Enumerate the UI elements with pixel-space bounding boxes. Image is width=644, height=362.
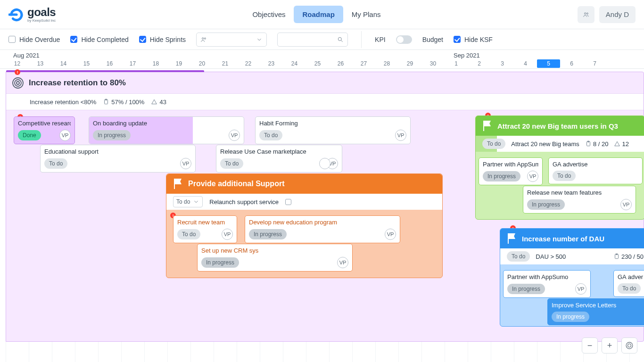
goal-purple-kr[interactable]: Increase retention <80% 57% / 100% 43 [6, 94, 644, 110]
hide-sprints-checkbox[interactable]: Hide Sprints [139, 36, 186, 43]
kr-confidence: 43 [159, 99, 166, 106]
zoom-out-button[interactable]: − [582, 337, 598, 354]
kr-progress: 8 / 20 [593, 140, 609, 148]
timeline-day[interactable]: 19 [167, 60, 190, 68]
task-ga-advertise-blue[interactable]: GA adver To do [613, 270, 644, 297]
timeline-day[interactable]: 2 [468, 60, 491, 68]
app-subtitle: by KeepSolid Inc [27, 19, 56, 23]
timeline-day[interactable]: 1 [445, 60, 468, 68]
timeline-day[interactable]: 7 [583, 60, 606, 68]
task-partner-appsumo[interactable]: Partner with AppSumo In progressVP [479, 157, 543, 185]
task-title: Develop new education program [249, 219, 396, 226]
timeline-day[interactable]: 6 [560, 60, 583, 68]
timeline-day[interactable]: 23 [260, 60, 283, 68]
hide-ksf-checkbox[interactable]: Hide KSF [454, 36, 493, 43]
task-release-use-case[interactable]: Release Use Case marketplace To do VP [216, 145, 342, 173]
timeline-day[interactable]: 20 [190, 60, 214, 68]
goal-increase-dau[interactable]: Increase number of DAU To do DAU > 500 2… [500, 228, 644, 327]
task-title: GA advertise [553, 161, 638, 168]
timeline-day[interactable]: 21 [214, 60, 237, 68]
timeline-header: Aug 2021 Sep 2021 1213141516171819202122… [0, 50, 644, 69]
task-recruit-team[interactable]: Recruit new team To doVP [173, 215, 237, 243]
timeline-day[interactable]: 12 [6, 60, 29, 68]
task-title: Release new team features [527, 189, 632, 196]
timeline-day[interactable]: 13 [29, 60, 52, 68]
avatar: VP [59, 130, 71, 141]
people-icon-button[interactable] [578, 6, 594, 23]
timeline-day[interactable]: 22 [237, 60, 260, 68]
task-title: Improve Service Letters [552, 302, 644, 309]
flag-icon [482, 121, 493, 131]
timeline-day[interactable]: 14 [52, 60, 75, 68]
goal-green-kr[interactable]: To do Attract 20 new Big teams 8 / 20 12 [476, 136, 644, 152]
goal-orange-title: Provide additional Support [188, 180, 284, 188]
nav-objectives[interactable]: Objectives [244, 6, 294, 23]
task-release-team-features[interactable]: Release new team features In progressVP [523, 186, 636, 214]
task-ga-advertise[interactable]: GA advertise To do [548, 157, 643, 184]
app-logo[interactable]: goals by KeepSolid Inc [8, 7, 56, 23]
roadmap-canvas[interactable]: Increase retention to 80% Increase reten… [6, 72, 644, 362]
nav-roadmap[interactable]: Roadmap [294, 6, 343, 23]
timeline-day[interactable]: 5 [537, 59, 560, 68]
timeline-day[interactable]: 27 [352, 60, 375, 68]
alert-icon [15, 69, 20, 75]
timeline-day[interactable]: 16 [98, 60, 121, 68]
timeline-day[interactable]: 28 [375, 60, 398, 68]
task-improve-letters[interactable]: Improve Service Letters In progress [547, 298, 644, 325]
status-badge: To do [177, 229, 200, 239]
timeline-day[interactable]: 18 [144, 60, 167, 68]
flag-icon [173, 179, 183, 189]
people-icon [583, 11, 589, 18]
timeline-day[interactable]: 30 [421, 60, 445, 68]
timeline-day[interactable]: 3 [491, 60, 514, 68]
timeline-day[interactable]: 25 [306, 60, 329, 68]
goal-blue-kr[interactable]: To do DAU > 500 230 / 50 [500, 248, 644, 264]
timeline-day[interactable]: 29 [398, 60, 421, 68]
zoom-controls: − + [582, 337, 637, 354]
nav-myplans[interactable]: My Plans [343, 6, 389, 23]
kpi-label: KPI [375, 36, 386, 43]
status-badge: To do [507, 251, 530, 262]
user-name-button[interactable]: Andy D [599, 6, 636, 23]
zoom-in-button[interactable]: + [602, 337, 618, 354]
task-title: Recruit new team [177, 219, 233, 226]
timeline-day[interactable]: 26 [329, 60, 352, 68]
status-select[interactable]: To do [173, 196, 203, 207]
svg-point-2 [586, 13, 588, 14]
timeline-day[interactable]: 17 [121, 60, 144, 68]
goal-green-title: Attract 20 new Big team users in Q3 [497, 122, 618, 130]
people-filter-select[interactable] [196, 33, 267, 47]
search-input[interactable] [277, 33, 348, 47]
task-setup-crm[interactable]: Set up new CRM sys In progressVP [197, 244, 353, 272]
kpi-budget-toggle[interactable] [396, 35, 412, 44]
timeline-day[interactable]: 24 [283, 60, 306, 68]
kr-confidence: 12 [622, 140, 628, 148]
top-bar: goals by KeepSolid Inc Objectives Roadma… [0, 0, 644, 29]
task-partner-appsumo-blue[interactable]: Partner with AppSumo In progressVP [503, 270, 591, 298]
task-onboarding-update[interactable]: On boarding update In progressVP [89, 116, 244, 144]
task-develop-education[interactable]: Develop new education program In progres… [245, 215, 400, 243]
budget-label: Budget [422, 36, 443, 43]
hide-completed-checkbox[interactable]: Hide Completed [70, 36, 128, 43]
task-competitive-research[interactable]: Competitive research DoneVP [14, 116, 75, 144]
timeline-days[interactable]: 1213141516171819202122232425262728293012… [6, 60, 644, 68]
target-icon [12, 77, 24, 89]
hide-overdue-checkbox[interactable]: Hide Overdue [8, 36, 60, 43]
task-educational-support[interactable]: Educational support To doVP [40, 145, 196, 173]
svg-point-5 [338, 37, 341, 41]
task-title: Set up new CRM sys [201, 247, 348, 254]
status-badge: To do [44, 158, 67, 169]
status-badge: To do [220, 158, 243, 169]
timeline-day[interactable]: 15 [75, 60, 98, 68]
task-habit-forming[interactable]: Habit Forming To doVP [255, 116, 411, 144]
status-badge: In progress [552, 312, 589, 322]
goal-attract-big-teams[interactable]: Attract 20 new Big team users in Q3 To d… [475, 115, 644, 220]
logo-icon [8, 7, 25, 23]
kr-checkbox[interactable] [285, 199, 291, 205]
goal-orange-kr[interactable]: To do Relaunch support service [166, 194, 442, 210]
focus-button[interactable] [621, 337, 637, 354]
goal-provide-support[interactable]: Provide additional Support To do Relaunc… [166, 173, 443, 278]
timeline-day[interactable]: 4 [514, 60, 537, 68]
task-title: Release Use Case marketplace [220, 148, 338, 155]
task-title: Habit Forming [259, 120, 406, 127]
